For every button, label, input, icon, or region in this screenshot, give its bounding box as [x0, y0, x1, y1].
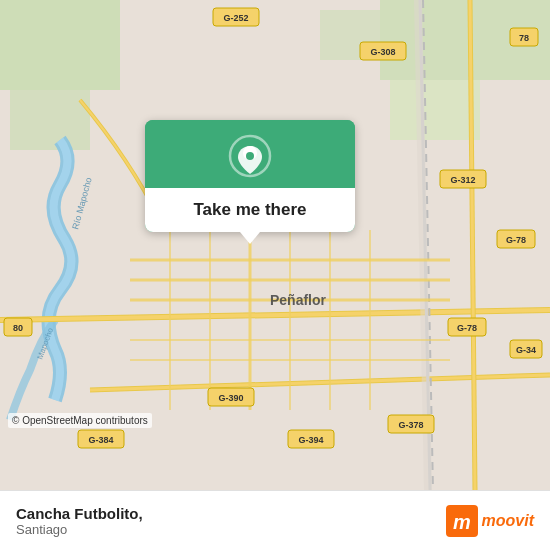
svg-text:G-78: G-78	[506, 235, 526, 245]
moovit-icon: m	[446, 505, 478, 537]
svg-text:G-378: G-378	[398, 420, 423, 430]
svg-text:Peñaflor: Peñaflor	[270, 292, 327, 308]
svg-text:78: 78	[519, 33, 529, 43]
svg-text:m: m	[453, 511, 471, 533]
svg-rect-4	[390, 80, 480, 140]
moovit-logo: m moovit	[446, 505, 534, 537]
location-pin-icon	[228, 134, 272, 178]
place-name: Cancha Futbolito,	[16, 505, 143, 522]
bottom-bar: Cancha Futbolito, Santiago m moovit	[0, 490, 550, 550]
svg-text:G-308: G-308	[370, 47, 395, 57]
svg-point-53	[246, 152, 254, 160]
moovit-text: moovit	[482, 512, 534, 530]
cta-icon-area	[145, 120, 355, 188]
place-info: Cancha Futbolito, Santiago	[16, 505, 143, 537]
svg-rect-1	[0, 0, 120, 90]
svg-text:80: 80	[13, 323, 23, 333]
svg-text:G-390: G-390	[218, 393, 243, 403]
take-me-there-button[interactable]: Take me there	[145, 188, 355, 232]
svg-text:G-384: G-384	[88, 435, 113, 445]
map-container: G-252 G-308 78 G-312 G-78 G-78 G-34 G-39…	[0, 0, 550, 490]
svg-text:G-34: G-34	[516, 345, 536, 355]
map-attribution: © OpenStreetMap contributors	[8, 413, 152, 428]
svg-text:G-312: G-312	[450, 175, 475, 185]
place-city: Santiago	[16, 522, 143, 537]
cta-bubble[interactable]: Take me there	[145, 120, 355, 232]
svg-rect-2	[10, 90, 90, 150]
svg-text:G-394: G-394	[298, 435, 323, 445]
svg-text:G-252: G-252	[223, 13, 248, 23]
svg-text:G-78: G-78	[457, 323, 477, 333]
